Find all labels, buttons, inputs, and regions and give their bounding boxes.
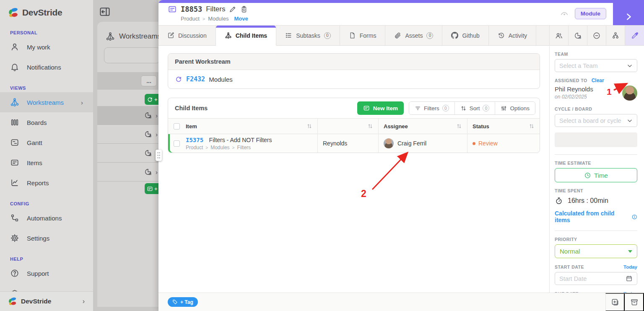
chevron-right-icon: ›: [156, 131, 158, 138]
parent-workstream-id[interactable]: F2432: [186, 75, 205, 83]
tab-bar-spacer: [536, 26, 550, 45]
tab-activity[interactable]: Activity: [489, 26, 536, 45]
clear-assignee-link[interactable]: Clear: [592, 78, 604, 83]
archive-item-button[interactable]: [625, 293, 644, 311]
more-options-button[interactable]: ...: [141, 75, 157, 86]
move-link[interactable]: Move: [234, 16, 248, 22]
metrics-button[interactable]: [569, 26, 587, 45]
team-select[interactable]: Select a Team: [555, 59, 637, 72]
sidebar-item-boards[interactable]: Boards: [0, 112, 93, 132]
options-button[interactable]: Options: [495, 102, 535, 114]
history-clock-icon: [498, 32, 505, 39]
tab-subtasks[interactable]: Subtasks 0: [276, 26, 340, 45]
add-tag-button[interactable]: + Tag: [168, 297, 198, 307]
sidebar-item-workstreams[interactable]: Workstreams ›: [0, 92, 93, 112]
sidebar-item-automations[interactable]: Automations: [0, 208, 93, 228]
new-item-button[interactable]: New Item: [357, 101, 404, 115]
sort-toggle-icon[interactable]: [529, 123, 535, 129]
drag-dots-icon: [157, 152, 161, 159]
copy-link-button[interactable]: [240, 5, 248, 13]
sidebar-footer-label: DevStride: [21, 298, 78, 305]
chevron-right-icon: ›: [81, 99, 83, 106]
priority-select[interactable]: Normal: [555, 244, 637, 258]
workstream-search-input[interactable]: [104, 47, 160, 63]
breadcrumb-item[interactable]: Product: [181, 16, 200, 22]
start-date-input[interactable]: Start Date: [555, 272, 637, 285]
chevron-right-icon: ›: [156, 168, 158, 176]
devstride-logo-text: DevStride: [22, 8, 62, 18]
sort-button[interactable]: Sort 0: [454, 102, 495, 114]
duplicate-item-button[interactable]: [605, 293, 625, 311]
hierarchy-icon: [611, 31, 620, 40]
breadcrumb-separator: >: [203, 16, 205, 21]
sort-toggle-icon[interactable]: [367, 123, 373, 129]
sidebar-item-label: Support: [27, 270, 49, 277]
assignee-avatar[interactable]: [622, 86, 637, 101]
item-detail-modal: I8853 Filters Product > Modules Move: [158, 0, 644, 311]
devstride-logo-icon: [8, 8, 18, 18]
workstream-row[interactable]: ›: [97, 106, 158, 125]
sidebar-item-my-work[interactable]: My work: [0, 37, 93, 57]
sidebar-footer[interactable]: DevStride ›: [0, 291, 93, 311]
breadcrumb-item[interactable]: Modules: [208, 16, 229, 22]
add-tag-label: + Tag: [180, 299, 193, 305]
module-type-button[interactable]: Module: [575, 8, 606, 19]
row-checkbox[interactable]: [174, 140, 180, 147]
sidebar-item-support[interactable]: Support: [0, 263, 93, 283]
assignee-name: Phil Reynolds: [555, 86, 622, 93]
members-button[interactable]: [550, 26, 569, 45]
tab-forms[interactable]: Forms: [340, 26, 386, 45]
sort-toggle-icon[interactable]: [306, 123, 312, 129]
column-header-item[interactable]: Item: [186, 123, 197, 130]
parent-workstream-row[interactable]: F2432 Modules: [168, 70, 540, 88]
tab-assets[interactable]: Assets 0: [385, 26, 442, 45]
edit-title-button[interactable]: [229, 5, 236, 13]
start-date-today-link[interactable]: Today: [623, 264, 637, 270]
panel-resize-handle[interactable]: [156, 150, 162, 161]
time-estimate-button[interactable]: Time: [555, 168, 637, 182]
child-item-id[interactable]: I5375: [186, 137, 203, 143]
gear-icon: [10, 233, 19, 243]
filters-count-badge: 0: [442, 105, 449, 111]
people-icon: [555, 31, 563, 40]
team-placeholder: Select a Team: [559, 62, 598, 69]
tab-discussion[interactable]: Discussion: [158, 26, 216, 45]
sidebar-item-gantt[interactable]: Gantt: [0, 132, 93, 153]
expand-button[interactable]: [613, 0, 644, 25]
workstream-row[interactable]: ›: [97, 144, 158, 163]
chevron-right-icon: ›: [83, 298, 85, 305]
child-item-row[interactable]: I5375 Filters - Add NOT Filters Product>…: [168, 134, 540, 153]
watch-eye-icon[interactable]: [560, 9, 569, 18]
sidebar-item-settings[interactable]: Settings: [0, 228, 93, 248]
sidebar-item-notifications[interactable]: Notifications: [0, 57, 93, 77]
collapse-panel-icon: [99, 6, 111, 18]
filters-button[interactable]: Filters 0: [409, 102, 454, 114]
column-header-assignee[interactable]: Assignee: [384, 123, 408, 130]
sidebar-item-reports[interactable]: Reports: [0, 173, 93, 193]
hierarchy-button[interactable]: [606, 26, 625, 45]
tab-github[interactable]: Github: [442, 26, 488, 45]
calculated-from-child-items-link[interactable]: Calculated from child items: [555, 210, 637, 223]
sort-toggle-icon[interactable]: [456, 123, 462, 129]
devstride-logo[interactable]: DevStride: [0, 0, 93, 22]
filters-label: Filters: [424, 105, 439, 111]
tab-child-items[interactable]: Child Items: [216, 26, 276, 46]
cycle-board-label: CYCLE / BOARD: [555, 106, 637, 111]
cycle-board-select[interactable]: Select a board or cycle: [555, 114, 637, 127]
select-all-checkbox[interactable]: [174, 123, 180, 130]
eyedropper-button[interactable]: [625, 26, 644, 45]
item-id: I8853: [181, 5, 202, 13]
child-item-title[interactable]: Filters - Add NOT Filters: [209, 137, 272, 143]
workstream-toolbar-row: ...: [97, 72, 158, 90]
sidebar-item-items[interactable]: Items: [0, 153, 93, 173]
assigned-date: on 02/02/2025: [555, 94, 622, 100]
tab-label: Github: [462, 32, 479, 39]
divider: [555, 154, 637, 155]
blocked-button[interactable]: [587, 26, 606, 45]
workstream-row[interactable]: ›: [97, 163, 158, 181]
status-label[interactable]: Review: [478, 140, 498, 147]
column-header-status[interactable]: Status: [473, 123, 489, 130]
workstream-row[interactable]: ›: [97, 125, 158, 144]
collapse-panel-button[interactable]: [99, 6, 111, 16]
sidebar-item-label: Gantt: [27, 139, 42, 146]
